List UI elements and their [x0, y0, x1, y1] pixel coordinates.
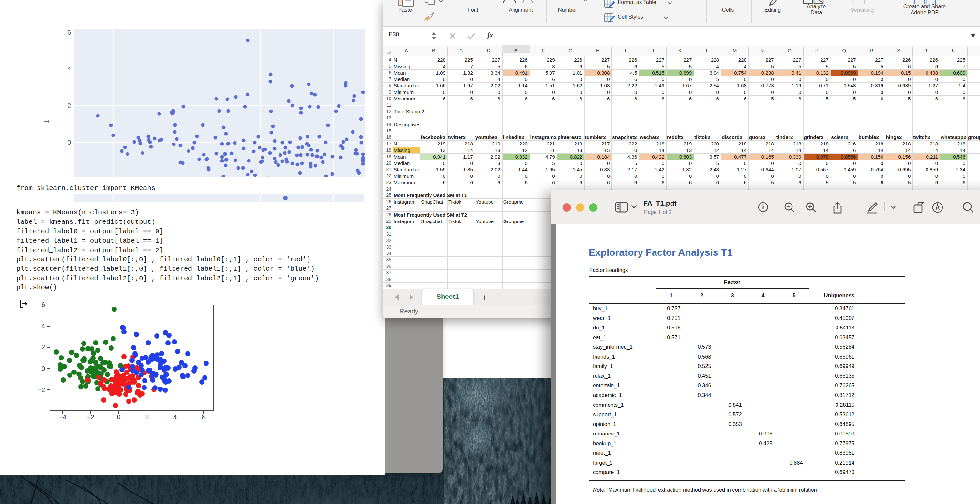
svg-text:9: 9: [584, 0, 588, 3]
svg-text:%: %: [572, 0, 582, 2]
